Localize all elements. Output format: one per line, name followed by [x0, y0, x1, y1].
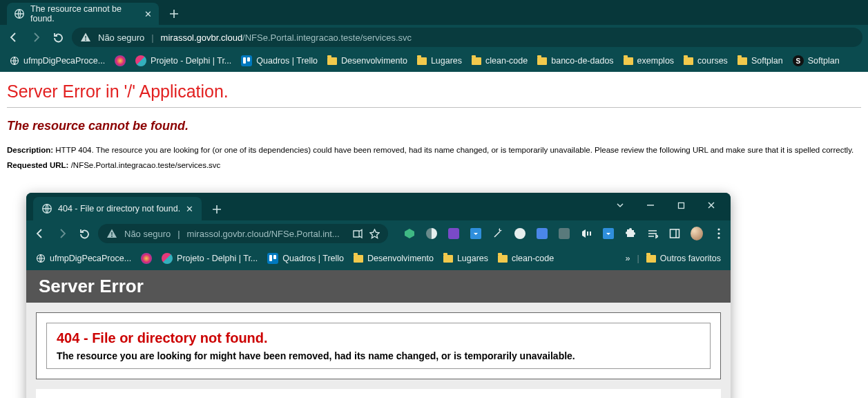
new-tab-button[interactable] [207, 200, 226, 219]
bookmark-label: exemplos [637, 56, 675, 66]
music-icon[interactable] [646, 227, 659, 240]
new-tab-button[interactable] [164, 4, 184, 23]
404-subtext: The resource you are looking for might h… [57, 350, 700, 361]
description-label: Description: [7, 146, 53, 154]
share-icon[interactable] [352, 229, 363, 239]
softplan-icon: S [793, 55, 804, 66]
error-body: 404 - File or directory not found. The r… [36, 312, 721, 379]
tab-title: The resource cannot be found. [30, 4, 139, 23]
minimize-button[interactable] [635, 196, 666, 215]
divider [7, 107, 861, 108]
inner-window: 404 - File or directory not found. ✕ [26, 193, 731, 398]
chevron-down-icon[interactable] [605, 196, 635, 215]
star-icon[interactable] [369, 229, 380, 239]
forward-button[interactable] [28, 29, 44, 46]
bookmark-label: Lugares [457, 254, 488, 263]
bookmark-item[interactable]: Projeto - Delphi | Tr... [135, 55, 231, 66]
puzzle-icon[interactable] [624, 227, 637, 240]
bookmark-label: clean-code [512, 254, 554, 263]
bookmark-item[interactable]: Desenvolvimento [327, 56, 407, 66]
bookmark-item[interactable]: Projeto - Delphi | Tr... [162, 253, 258, 264]
reload-button[interactable] [50, 29, 66, 46]
bookmark-item[interactable]: clean-code [472, 56, 528, 66]
not-secure-icon [80, 32, 91, 43]
bookmark-item[interactable]: ufmpDigPecaProce... [36, 254, 131, 263]
svg-rect-4 [671, 229, 679, 238]
back-button[interactable] [32, 225, 48, 242]
bookmark-item[interactable]: banco-de-dados [537, 56, 613, 66]
extension-icon[interactable] [558, 227, 570, 240]
globe-icon [41, 203, 52, 214]
not-secure-icon [106, 228, 117, 239]
url-bar[interactable]: Não seguro | mirassol.govbr.cloud/NFSe.P… [98, 224, 388, 243]
inner-tab-strip: 404 - File or directory not found. ✕ [26, 193, 731, 220]
menu-icon[interactable] [713, 227, 725, 240]
bookmark-item[interactable]: Lugares [443, 254, 488, 263]
bookmark-item[interactable]: Outros favoritos [646, 254, 721, 263]
extensions-row [403, 227, 725, 240]
bookmark-item[interactable]: Softplan [737, 56, 783, 66]
svg-rect-3 [678, 202, 684, 208]
close-window-button[interactable] [696, 196, 726, 215]
globe-icon [36, 254, 46, 263]
bookmark-item[interactable]: Desenvolvimento [354, 254, 434, 263]
requested-url-row: Requested URL: /NFSe.Portal.integracao.t… [7, 161, 861, 169]
server-error-heading: Server Error in '/' Application. [7, 82, 861, 102]
bookmark-label: banco-de-dados [551, 56, 613, 66]
download-icon[interactable] [602, 227, 615, 240]
download-icon[interactable] [470, 227, 482, 240]
description-row: Description: HTTP 404. The resource you … [7, 146, 861, 154]
bookmark-item[interactable]: courses [684, 56, 728, 66]
extension-icon[interactable] [403, 227, 416, 240]
close-icon[interactable]: ✕ [186, 204, 193, 214]
browser-tab[interactable]: 404 - File or directory not found. ✕ [33, 197, 202, 220]
close-icon[interactable]: ✕ [144, 9, 152, 19]
overflow-label: » [626, 254, 630, 263]
back-button[interactable] [6, 29, 22, 46]
bookmark-label: Lugares [431, 56, 462, 66]
bookmark-label: Softplan [808, 56, 840, 66]
bookmark-item[interactable]: SSoftplan [793, 55, 840, 66]
bookmark-label: courses [697, 56, 728, 66]
reload-button[interactable] [76, 225, 93, 242]
folder-icon [537, 57, 547, 65]
svg-point-6 [717, 232, 720, 234]
bookmark-item[interactable] [115, 55, 126, 66]
browser-tab[interactable]: The resource cannot be found. ✕ [7, 3, 159, 25]
extension-icon[interactable] [447, 227, 460, 240]
extension-icon[interactable] [536, 227, 548, 240]
404-heading: 404 - File or directory not found. [57, 330, 700, 346]
sidepanel-icon[interactable] [668, 227, 681, 240]
error-page-outer: Server Error in '/' Application. The res… [0, 72, 868, 398]
bookmark-item[interactable]: ufmpDigPecaProce... [10, 56, 105, 66]
trello-icon [241, 55, 252, 66]
bookmark-label: ufmpDigPecaProce... [50, 254, 131, 263]
bookmark-item[interactable]: exemplos [624, 56, 675, 66]
bookmark-item[interactable]: Quadros | Trello [241, 55, 318, 66]
extension-icon[interactable] [425, 227, 438, 240]
bookmark-item[interactable]: clean-code [498, 254, 554, 263]
trello-icon [267, 253, 278, 264]
window-controls [605, 196, 726, 215]
extension-icon[interactable] [514, 227, 526, 240]
bookmark-label: Desenvolvimento [367, 254, 434, 263]
maximize-button[interactable] [666, 196, 696, 215]
extension-icon[interactable] [492, 227, 504, 240]
forward-button[interactable] [54, 225, 70, 242]
bookmark-label: Outros favoritos [660, 254, 721, 263]
outer-tab-strip: The resource cannot be found. ✕ [0, 0, 868, 25]
folder-icon [684, 57, 693, 65]
folder-icon [417, 57, 427, 65]
folder-icon [472, 57, 481, 65]
inner-error-page: Server Error 404 - File or directory not… [26, 270, 731, 398]
globe-icon [10, 56, 19, 66]
bookmark-item[interactable]: Lugares [417, 56, 462, 66]
divider: | [151, 32, 153, 43]
bookmarks-overflow[interactable]: » [626, 254, 630, 263]
extension-icon[interactable] [580, 227, 592, 240]
avatar-icon[interactable] [691, 227, 703, 240]
bookmark-item[interactable]: Quadros | Trello [267, 253, 344, 264]
url-bar[interactable]: Não seguro | mirassol.govbr.cloud/NFSe.P… [72, 28, 862, 47]
bookmark-item[interactable] [141, 253, 152, 264]
security-label: Não seguro [98, 32, 144, 43]
